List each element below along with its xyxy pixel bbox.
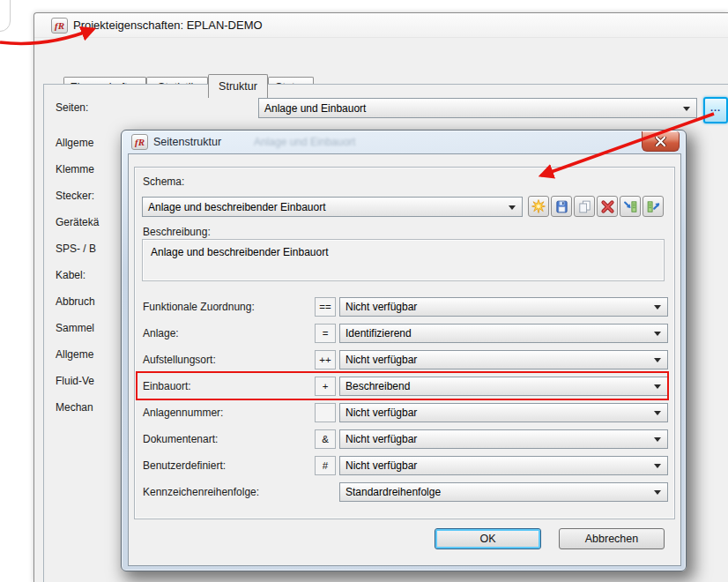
row-label-allgemein-2: Allgeme [56, 348, 93, 361]
anlagennummer-label: Anlagennummer: [143, 407, 223, 419]
dokumentenart-prefix: & [315, 429, 336, 449]
row-label-geraetekaesten: Gerätekä [56, 216, 99, 228]
row-label-sps-bus: SPS- / B [56, 242, 96, 255]
background-window-corner [0, 0, 11, 32]
close-button[interactable] [642, 131, 680, 152]
chevron-down-icon [683, 107, 690, 111]
dokumentenart-combobox[interactable]: Nicht verfügbar [339, 429, 668, 449]
cancel-button[interactable]: Abbrechen [559, 528, 665, 549]
einbauort-combobox[interactable]: Beschreibend [339, 377, 668, 396]
aufstellungsort-prefix: ++ [315, 350, 336, 369]
eplan-app-icon: fR [51, 18, 68, 34]
copy-schema-button[interactable] [574, 196, 595, 217]
row-label-kabel: Kabel: [56, 269, 85, 281]
einbauort-prefix: + [315, 377, 336, 396]
row-label-abbruchstellen: Abbruch [56, 295, 95, 308]
export-schema-button[interactable] [643, 196, 664, 217]
seiten-combobox[interactable]: Anlage und Einbauort [258, 98, 697, 118]
row-label-stecker: Stecker: [56, 190, 94, 202]
chevron-down-icon [654, 411, 661, 415]
save-schema-button[interactable] [551, 196, 572, 217]
new-schema-button[interactable] [528, 196, 549, 217]
seitenstruktur-dialog: fR Seitenstruktur Anlage und Einbauort S… [121, 130, 687, 571]
description-box[interactable]: Anlage und beschreibender Einbauort [142, 239, 665, 281]
dokumentenart-label: Dokumentenart: [143, 433, 218, 445]
copy-icon [577, 199, 592, 214]
einbauort-label: Einbauort: [143, 380, 191, 392]
chevron-down-icon [654, 464, 661, 468]
schema-combobox[interactable]: Anlage und beschreibender Einbauort [142, 197, 523, 217]
chevron-down-icon [654, 384, 661, 389]
anlagennummer-combobox[interactable]: Nicht verfügbar [339, 403, 668, 422]
row-label-sammelschienen: Sammel [56, 322, 94, 334]
benutzerdefiniert-label: Benutzerdefiniert: [143, 459, 226, 472]
benutzerdefiniert-combobox[interactable]: Nicht verfügbar [339, 456, 668, 475]
kennzeichenreihenfolge-label: Kennzeichenreihenfolge: [143, 486, 259, 498]
chevron-down-icon [509, 205, 516, 210]
beschreibung-label: Beschreibung: [143, 226, 211, 238]
delete-schema-button[interactable] [597, 196, 618, 217]
ok-button[interactable]: OK [435, 528, 541, 549]
chevron-down-icon [654, 305, 661, 310]
close-icon [655, 137, 666, 146]
import-schema-button[interactable] [620, 196, 641, 217]
chevron-down-icon [654, 332, 661, 336]
anlage-prefix: = [315, 324, 336, 343]
dialog-client-area: Schema: Anlage und beschreibender Einbau… [128, 153, 681, 566]
funktionale-zuordnung-label: Funktionale Zuordnung: [143, 301, 255, 313]
window-title: Projekteigenschaften: EPLAN-DEMO [73, 19, 263, 32]
tab-struktur[interactable]: Struktur [208, 74, 268, 98]
new-sunburst-icon [531, 198, 546, 214]
anlage-label: Anlage: [143, 327, 179, 340]
row-label-mechanik: Mechan [56, 401, 93, 414]
delete-x-icon [600, 199, 615, 214]
row-label-klemmen: Klemme [56, 163, 94, 175]
import-icon [623, 199, 638, 214]
screenshot-stage: fR Projekteigenschaften: EPLAN-DEMO Eige… [0, 0, 728, 582]
funktionale-zuordnung-prefix: == [315, 297, 336, 317]
benutzerdefiniert-prefix: # [315, 456, 336, 475]
export-icon [646, 199, 661, 214]
row-label-fluid: Fluid-Ve [56, 375, 94, 387]
save-floppy-icon [554, 199, 569, 214]
dialog-titlebar[interactable]: fR Seitenstruktur [123, 131, 685, 153]
dialog-title: Seitenstruktur [153, 136, 221, 148]
chevron-down-icon [654, 358, 661, 362]
window-titlebar[interactable]: fR Projekteigenschaften: EPLAN-DEMO [34, 13, 728, 38]
schema-label: Schema: [143, 175, 184, 188]
glass-ghost-text: Anlage und Einbauort [254, 136, 355, 148]
aufstellungsort-combobox[interactable]: Nicht verfügbar [339, 350, 668, 369]
eplan-app-icon: fR [131, 134, 148, 150]
seiten-label: Seiten: [56, 101, 88, 114]
row-label-allgemein-1: Allgeme [56, 137, 93, 149]
chevron-down-icon [654, 437, 661, 442]
anlagennummer-prefix [315, 403, 336, 422]
funktionale-zuordnung-combobox[interactable]: Nicht verfügbar [339, 297, 668, 317]
aufstellungsort-label: Aufstellungsort: [143, 354, 216, 366]
chevron-down-icon [654, 490, 661, 495]
kennzeichenreihenfolge-combobox[interactable]: Standardreihenfolge [339, 482, 668, 502]
seiten-browse-button[interactable]: ... [703, 97, 728, 123]
anlage-combobox[interactable]: Identifizierend [339, 324, 668, 343]
